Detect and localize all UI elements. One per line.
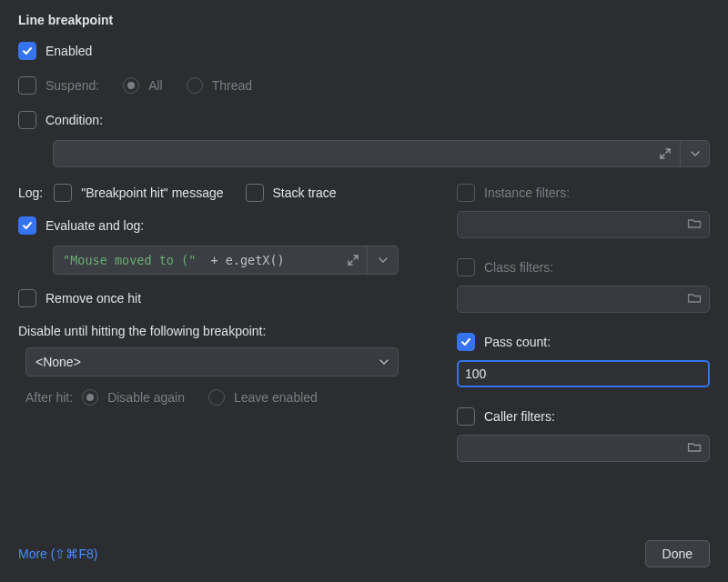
log-stack-trace-checkbox[interactable] [246, 184, 264, 202]
left-column: Log: "Breakpoint hit" message Stack trac… [18, 184, 428, 482]
pass-count-input[interactable]: 100 [457, 360, 710, 387]
disable-until-select[interactable]: <None> [25, 347, 399, 376]
pass-count-label: Pass count: [484, 335, 551, 349]
done-button[interactable]: Done [645, 540, 710, 567]
class-filters-label: Class filters: [484, 260, 553, 275]
after-hit-label: After hit: [25, 390, 73, 405]
log-label: Log: [18, 186, 43, 200]
after-hit-disable-again-radio[interactable] [82, 389, 98, 406]
after-hit-disable-again-label: Disable again [107, 390, 185, 405]
after-hit-leave-enabled-radio[interactable] [208, 389, 225, 406]
evaluate-log-input-wrap: "Mouse moved to (" + e.getX() [53, 246, 399, 275]
caller-filters-checkbox[interactable] [457, 407, 475, 426]
suspend-checkbox[interactable] [18, 76, 36, 95]
condition-input-wrap [53, 140, 710, 167]
condition-checkbox[interactable] [18, 111, 36, 129]
caller-filters-label: Caller filters: [484, 409, 555, 424]
suspend-all-label: All [148, 78, 163, 93]
log-breakpoint-hit-checkbox[interactable] [54, 184, 72, 202]
evaluate-log-label: Evaluate and log: [46, 218, 144, 233]
pass-count-value: 100 [465, 366, 486, 381]
chevron-down-icon [379, 357, 389, 366]
evaluate-log-checkbox[interactable] [18, 216, 36, 235]
code-expression: + e.getX() [210, 253, 284, 267]
disable-until-label: Disable until hitting the following brea… [18, 324, 428, 338]
suspend-all-radio[interactable] [123, 77, 139, 94]
disable-until-value: <None> [35, 355, 81, 369]
caller-filters-input[interactable] [457, 435, 710, 462]
log-breakpoint-hit-label: "Breakpoint hit" message [81, 186, 223, 200]
remove-once-hit-checkbox[interactable] [18, 289, 36, 307]
instance-filters-input[interactable] [457, 211, 710, 238]
suspend-thread-radio[interactable] [187, 77, 203, 94]
folder-icon[interactable] [687, 441, 702, 457]
chevron-down-icon[interactable] [680, 141, 709, 166]
enabled-checkbox[interactable] [18, 42, 36, 60]
chevron-down-icon[interactable] [367, 246, 398, 274]
expand-icon[interactable] [339, 246, 367, 274]
more-link[interactable]: More (⇧⌘F8) [18, 547, 97, 561]
pass-count-checkbox[interactable] [457, 333, 475, 351]
class-filters-checkbox[interactable] [457, 258, 475, 276]
class-filters-input[interactable] [457, 286, 710, 313]
folder-icon[interactable] [687, 292, 702, 307]
after-hit-leave-enabled-label: Leave enabled [234, 390, 318, 405]
instance-filters-label: Instance filters: [484, 186, 570, 200]
log-stack-trace-label: Stack trace [273, 186, 337, 200]
enabled-label: Enabled [46, 44, 92, 58]
folder-icon[interactable] [687, 217, 702, 233]
code-operator [196, 253, 210, 267]
suspend-label: Suspend: [46, 78, 99, 93]
code-string-literal: "Mouse moved to (" [63, 253, 196, 267]
condition-label: Condition: [46, 113, 103, 127]
right-column: Instance filters: Class filters: [457, 184, 710, 482]
instance-filters-checkbox[interactable] [457, 184, 475, 202]
suspend-thread-label: Thread [212, 78, 252, 93]
remove-once-hit-label: Remove once hit [46, 291, 141, 306]
evaluate-log-code-input[interactable]: "Mouse moved to (" + e.getX() [54, 246, 339, 274]
condition-input[interactable] [54, 141, 651, 166]
expand-icon[interactable] [651, 141, 680, 166]
panel-title: Line breakpoint [18, 13, 710, 27]
breakpoint-settings-panel: Line breakpoint Enabled Suspend: All Thr… [0, 0, 728, 582]
